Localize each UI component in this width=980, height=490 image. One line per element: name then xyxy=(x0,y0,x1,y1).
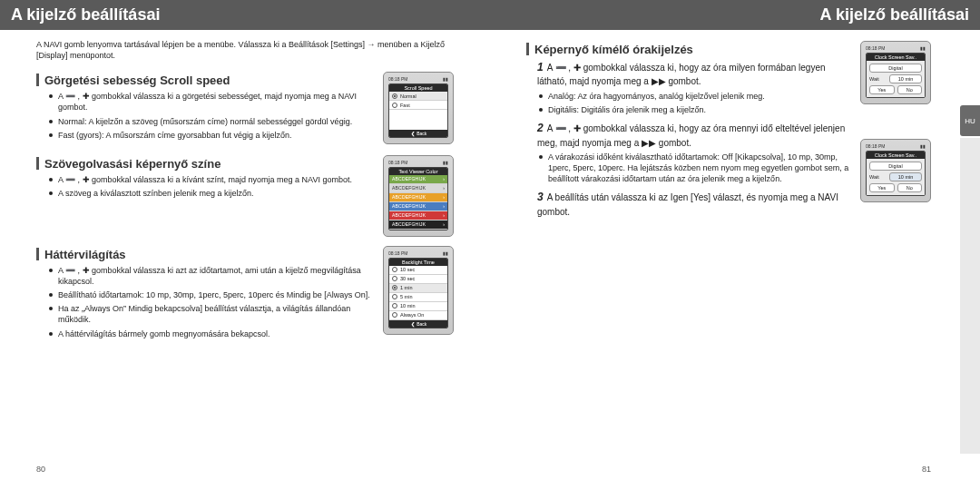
device-title: Clock Screen Sav.. xyxy=(867,152,925,159)
heading-text-color: Szövegolvasási képernyő színe xyxy=(36,157,372,171)
no-button: No xyxy=(897,85,923,94)
no-button: No xyxy=(897,183,923,192)
radio-icon xyxy=(392,276,397,281)
radio-icon xyxy=(392,103,397,108)
language-tab: HU xyxy=(960,105,980,136)
bullets-textcolor: A ➖ , ✚ gombokkal válassza ki a kívánt s… xyxy=(49,174,372,199)
wait-value: 10 min xyxy=(889,74,922,83)
bullet: Normal: A kijelzőn a szöveg (műsorszám c… xyxy=(49,116,372,127)
device-option: Fast xyxy=(389,101,447,110)
heading-backlight: Háttérvilágítás xyxy=(36,248,372,261)
bullet: A ➖ , ✚ gombokkal válassza ki azt az idő… xyxy=(49,265,372,287)
device-clock-2: 08:18 PM▮▮ Clock Screen Sav.. Digital Wa… xyxy=(860,139,931,210)
clock-type-button: Digital xyxy=(869,162,922,171)
bullet: A ➖ , ✚ gombokkal válassza ki a kívánt s… xyxy=(49,174,372,185)
bullets-step1: Analóg: Az óra hagyományos, analóg kijel… xyxy=(539,91,849,115)
radio-icon xyxy=(392,294,397,299)
bullets-scroll: A ➖ , ✚ gombokkal válassza ki a görgetés… xyxy=(49,91,372,141)
device-option: 10 sec xyxy=(389,266,447,275)
step-3: 3A beállítás után válassza ki az Igen [Y… xyxy=(537,190,849,219)
radio-icon xyxy=(392,285,397,290)
section-text-color: Szövegolvasási képernyő színe A ➖ , ✚ go… xyxy=(36,153,454,237)
yes-button: Yes xyxy=(869,85,895,94)
device-option: 10 min xyxy=(389,302,447,311)
page-number-right: 81 xyxy=(922,465,931,474)
step-2: 2A ➖ , ✚ gombokkal válassza ki, hogy az … xyxy=(537,121,849,150)
device-option: 1 min xyxy=(389,284,447,293)
bullet: A várakozási időként kiválasztható időta… xyxy=(539,152,849,184)
device-text-color: 08:18 PM▮▮ Text Viewer Color ABCDEFGHIJK… xyxy=(383,155,454,237)
clock-type-button: Digital xyxy=(869,64,922,73)
step-1: 1A ➖ , ✚ gombokkal válassza ki, hogy az … xyxy=(537,60,849,89)
page-spread: A kijelző beállításai A NAVI gomb lenyom… xyxy=(0,0,980,490)
device-backlight: 08:18 PM▮▮ Backlight Time 10 sec 30 sec … xyxy=(383,246,454,335)
page-number-left: 80 xyxy=(36,465,45,474)
bullet: Fast (gyors): A műsorszám címe gyorsabba… xyxy=(49,130,372,141)
wait-label: Wait xyxy=(869,174,879,180)
bullet: Ha az „Always On” Mindig bekapcsolva] be… xyxy=(49,303,372,325)
radio-icon xyxy=(392,93,397,99)
bullet: A ➖ , ✚ gombokkal válassza ki a görgetés… xyxy=(49,91,372,113)
wait-value: 10 min xyxy=(889,172,922,181)
bullet: Analóg: Az óra hagyományos, analóg kijel… xyxy=(539,91,849,102)
device-title: Backlight Time xyxy=(389,259,447,266)
bullets-step2: A várakozási időként kiválasztható időta… xyxy=(539,152,849,184)
section-clock-saver: Képernyő kímélő órakijelzés 1A ➖ , ✚ gom… xyxy=(526,39,931,220)
radio-icon xyxy=(392,312,397,318)
device-title: Clock Screen Sav.. xyxy=(867,54,925,61)
heading-scroll-speed: Görgetési sebesség Scroll speed xyxy=(36,74,372,87)
yes-button: Yes xyxy=(869,183,895,192)
intro-text: A NAVI gomb lenyomva tartásával lépjen b… xyxy=(36,39,454,61)
page-title-right: A kijelző beállításai xyxy=(490,0,980,30)
bullet: Beállítható időtartamok: 10 mp, 30mp, 1p… xyxy=(49,289,372,300)
heading-clock-saver: Képernyő kímélő órakijelzés xyxy=(526,43,849,56)
radio-icon xyxy=(392,303,397,309)
bullet: A szöveg a kiválasztott színben jelenik … xyxy=(49,188,372,199)
device-option: Normal xyxy=(389,92,447,101)
section-backlight: Háttérvilágítás A ➖ , ✚ gombokkal válass… xyxy=(36,244,454,345)
device-title: Scroll Speed xyxy=(389,84,447,92)
device-scroll: 08:18 PM▮▮ Scroll Speed Normal Fast ❮ Ba… xyxy=(383,72,454,144)
wait-label: Wait xyxy=(869,76,879,82)
bullet: A háttérvilágítás bármely gomb megnyomás… xyxy=(49,328,372,339)
radio-icon xyxy=(392,267,397,272)
section-scroll-speed: Görgetési sebesség Scroll speed A ➖ , ✚ … xyxy=(36,70,454,146)
device-option: Always On xyxy=(389,311,447,320)
page-title-left: A kijelző beállításai xyxy=(0,0,490,30)
bullets-backlight: A ➖ , ✚ gombokkal válassza ki azt az idő… xyxy=(49,265,372,339)
device-title: Text Viewer Color xyxy=(389,168,447,175)
device-clock-1: 08:18 PM▮▮ Clock Screen Sav.. Digital Wa… xyxy=(860,41,931,112)
device-option: 5 min xyxy=(389,293,447,302)
page-right: A kijelző beállításai HU Képernyő kímélő… xyxy=(490,0,980,490)
device-option: 30 sec xyxy=(389,275,447,284)
bullet: Digitális: Digitális óra jelenik meg a k… xyxy=(539,104,849,115)
page-left: A kijelző beállításai A NAVI gomb lenyom… xyxy=(0,0,490,490)
